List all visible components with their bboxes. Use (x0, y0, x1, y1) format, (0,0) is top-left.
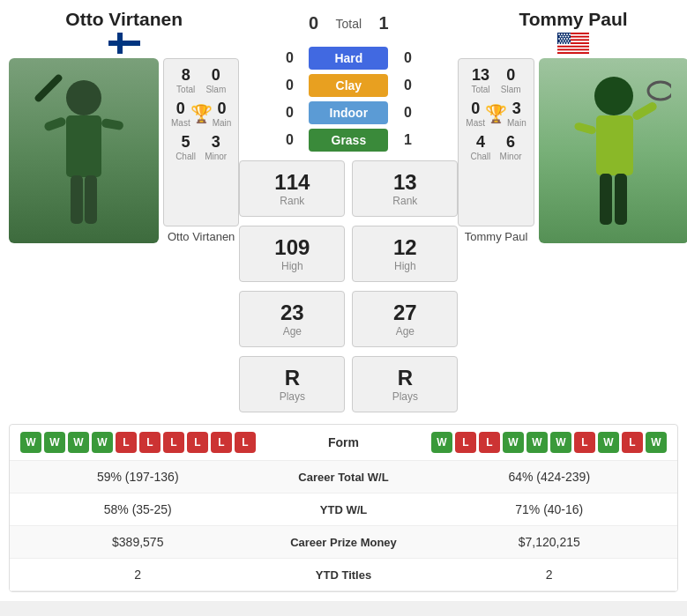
svg-rect-4 (101, 118, 123, 130)
left-mast-stat: 0 Mast (171, 100, 190, 128)
left-player-silhouette (26, 71, 141, 239)
stat-right-2: $7,120,215 (432, 535, 668, 549)
form-badges-right: WLLWWWLWLW (406, 432, 668, 453)
form-badge-right-w: W (526, 432, 548, 453)
right-minor-stat: 6 Minor (500, 133, 522, 161)
form-badge-left-l: L (187, 432, 208, 453)
left-rank-label: Rank (258, 195, 326, 207)
right-main-value: 3 (507, 100, 526, 118)
left-chall-label: Chall (175, 152, 196, 161)
stats-row-0: 59% (197-136)Career Total W/L64% (424-23… (10, 461, 677, 494)
left-player-name: Otto Virtanen (65, 9, 183, 30)
center-high-right-panel: 12 High (352, 226, 458, 282)
svg-point-29 (560, 41, 562, 42)
svg-point-38 (594, 77, 633, 115)
right-high-label: High (370, 260, 439, 272)
trophy-icon-right: 🏆 (485, 103, 507, 124)
clay-score-left: 0 (280, 78, 298, 93)
left-high-value: 109 (258, 235, 326, 260)
left-player-photo (9, 58, 159, 243)
left-chall-value: 5 (175, 133, 196, 152)
right-rank-label: Rank (370, 195, 439, 207)
right-photo-stats: 13 Total 0 Slam 0 Mast (458, 58, 687, 243)
right-total-stat: 13 Total (471, 66, 489, 94)
stat-left-3: 2 (20, 568, 256, 582)
right-age-value: 27 (370, 301, 439, 325)
stats-row-1: 58% (35-25)YTD W/L71% (40-16) (10, 494, 677, 526)
form-badge-right-w: W (598, 432, 619, 453)
left-slam-label: Slam (205, 85, 226, 94)
right-mast-label: Mast (466, 118, 485, 128)
form-badge-left-w: W (92, 432, 113, 453)
svg-point-23 (568, 36, 570, 38)
finland-flag (108, 33, 140, 54)
center-stats-row: 114 Rank 13 Rank (239, 160, 458, 221)
svg-point-26 (564, 38, 565, 40)
left-plays-value: R (258, 366, 326, 390)
left-rank-value: 114 (258, 170, 326, 195)
svg-point-22 (565, 36, 567, 38)
hard-button[interactable]: Hard (309, 47, 388, 70)
center-plays-right-panel: R Plays (352, 356, 458, 412)
svg-point-25 (561, 38, 563, 40)
svg-rect-42 (573, 122, 596, 135)
form-label: Form (282, 435, 406, 449)
left-total-value: 8 (176, 66, 195, 85)
svg-point-33 (558, 42, 560, 44)
svg-point-41 (648, 82, 671, 100)
svg-point-34 (561, 42, 563, 44)
right-minor-label: Minor (500, 152, 522, 161)
indoor-button[interactable]: Indoor (309, 101, 388, 124)
right-player-silhouette (556, 71, 671, 239)
svg-point-16 (561, 33, 563, 35)
stat-left-2: $389,575 (20, 535, 256, 549)
svg-rect-39 (596, 115, 633, 175)
center-age-left-panel: 23 Age (239, 291, 345, 347)
form-badge-right-l: L (622, 432, 643, 453)
stat-label-0: Career Total W/L (256, 471, 432, 484)
stat-label-3: YTD Titles (256, 568, 432, 582)
right-stats-row-1: 13 Total 0 Slam (466, 66, 526, 94)
svg-point-27 (566, 38, 568, 40)
svg-point-35 (564, 42, 565, 44)
svg-point-15 (558, 33, 560, 35)
form-badges-left: WWWWLLLLLL (20, 432, 282, 453)
left-minor-value: 3 (205, 133, 227, 152)
center-plays-row: R Plays R Plays (239, 356, 458, 417)
form-badge-left-l: L (163, 432, 184, 453)
svg-rect-13 (557, 50, 589, 52)
left-slam-stat: 0 Slam (205, 66, 226, 94)
center-plays-left-panel: R Plays (239, 356, 345, 412)
left-main-stat: 0 Main (213, 100, 232, 128)
stats-row-2: $389,575Career Prize Money$7,120,215 (10, 526, 677, 559)
right-stats-row-2: 0 Mast 🏆 3 Main (466, 100, 526, 128)
left-stats-box: 8 Total 0 Slam 0 Mast (163, 58, 239, 226)
right-total-label: Total (471, 85, 489, 94)
stat-right-0: 64% (424-239) (432, 470, 668, 484)
right-mast-value: 0 (466, 100, 485, 118)
form-badge-right-w: W (431, 432, 452, 453)
total-score-left: 0 (301, 13, 327, 33)
grass-button[interactable]: Grass (309, 129, 388, 152)
center-rank-panel: 114 Rank (239, 160, 345, 217)
right-stats-row-3: 4 Chall 6 Minor (466, 133, 526, 161)
right-slam-stat: 0 Slam (501, 66, 521, 94)
center-age-row: 23 Age 27 Age (239, 291, 458, 352)
total-row: 0 Total 1 (239, 13, 458, 33)
indoor-score-right: 0 (399, 105, 416, 121)
grass-score-left: 0 (280, 132, 298, 148)
right-trophy: 🏆 (485, 103, 507, 124)
svg-rect-44 (615, 174, 627, 225)
surface-line-hard: 0 Hard 0 (239, 47, 458, 70)
clay-button[interactable]: Clay (309, 74, 388, 97)
left-photo-stats: 8 Total 0 Slam 0 Mast (9, 58, 239, 243)
surface-line-grass: 0 Grass 1 (239, 129, 458, 152)
main-container: Otto Virtanen (0, 0, 687, 601)
svg-rect-5 (71, 175, 83, 224)
right-chall-label: Chall (470, 152, 490, 161)
right-high-value: 12 (370, 235, 439, 260)
right-main-label: Main (507, 118, 526, 128)
svg-rect-1 (66, 115, 101, 177)
stat-label-2: Career Prize Money (256, 536, 432, 549)
center-rank-right-panel: 13 Rank (352, 160, 458, 217)
